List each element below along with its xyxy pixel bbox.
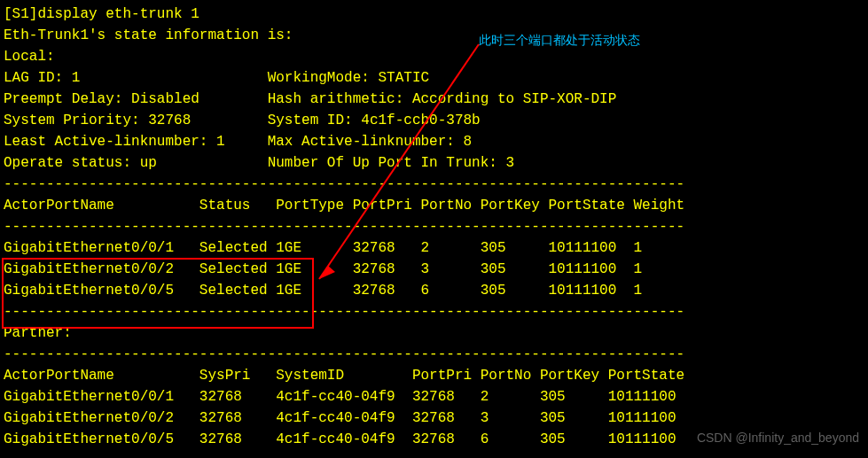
info-row-4: Least Active-linknumber: 1 Max Active-li…: [4, 131, 864, 152]
hash-arithmetic: Hash arithmetic: According to SIP-XOR-DI…: [268, 91, 617, 107]
info-row-2: Preempt Delay: Disabled Hash arithmetic:…: [4, 89, 864, 110]
annotation-text: 此时三个端口都处于活动状态: [479, 31, 640, 50]
system-priority: System Priority: 32768: [4, 113, 191, 128]
state-header: Eth-Trunk1's state information is:: [4, 25, 864, 46]
partner-row-1: GigabitEthernet0/0/1 32768 4c1f-cc40-04f…: [4, 386, 864, 408]
watermark: CSDN @Infinity_and_beyond: [697, 429, 859, 447]
info-row-1: LAG ID: 1 WorkingMode: STATIC: [4, 67, 864, 89]
command-line: [S1]display eth-trunk 1: [4, 4, 864, 25]
actor-row-3: GigabitEthernet0/0/5 Selected 1GE 32768 …: [4, 280, 864, 301]
divider-2: ----------------------------------------…: [4, 216, 864, 237]
lag-id: LAG ID: 1: [4, 70, 80, 86]
operate-status: Operate status: up: [4, 155, 157, 171]
least-active: Least Active-linknumber: 1: [4, 134, 225, 150]
partner-label: Partner:: [4, 322, 864, 344]
local-label: Local:: [4, 46, 864, 67]
working-mode: WorkingMode: STATIC: [268, 70, 429, 86]
system-id: System ID: 4c1f-ccb0-378b: [268, 113, 481, 128]
preempt-delay: Preempt Delay: Disabled: [4, 91, 199, 107]
divider-4: ----------------------------------------…: [4, 344, 864, 365]
actor-row-1: GigabitEthernet0/0/1 Selected 1GE 32768 …: [4, 237, 864, 259]
divider-3: ----------------------------------------…: [4, 301, 864, 322]
actor-headers: ActorPortName Status PortType PortPri Po…: [4, 195, 864, 216]
actor-row-2: GigabitEthernet0/0/2 Selected 1GE 32768 …: [4, 259, 864, 280]
max-active: Max Active-linknumber: 8: [268, 134, 472, 150]
partner-headers: ActorPortName SysPri SystemID PortPri Po…: [4, 365, 864, 386]
partner-row-2: GigabitEthernet0/0/2 32768 4c1f-cc40-04f…: [4, 408, 864, 429]
up-ports: Number Of Up Port In Trunk: 3: [268, 155, 514, 171]
info-row-3: System Priority: 32768 System ID: 4c1f-c…: [4, 110, 864, 131]
divider-1: ----------------------------------------…: [4, 174, 864, 195]
info-row-5: Operate status: up Number Of Up Port In …: [4, 152, 864, 174]
